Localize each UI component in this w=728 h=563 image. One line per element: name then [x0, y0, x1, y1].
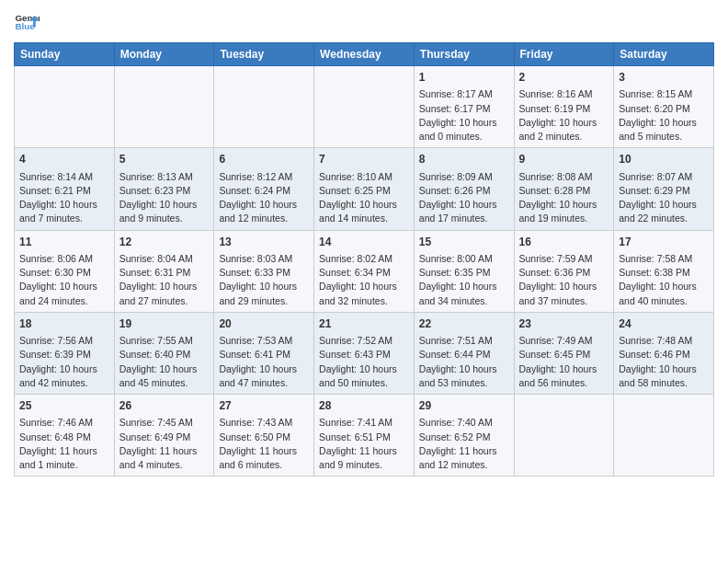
calendar-cell: 15Sunrise: 8:00 AMSunset: 6:35 PMDayligh…: [414, 230, 514, 312]
cell-line: and 53 minutes.: [419, 376, 509, 390]
cell-line: Daylight: 10 hours: [519, 362, 609, 376]
cell-line: and 12 minutes.: [219, 212, 309, 225]
day-header-wednesday: Wednesday: [314, 43, 415, 66]
cell-content: 23Sunrise: 7:49 AMSunset: 6:45 PMDayligh…: [519, 316, 609, 390]
day-number: 8: [419, 152, 509, 167]
cell-line: and 7 minutes.: [19, 212, 109, 225]
cell-content: 13Sunrise: 8:03 AMSunset: 6:33 PMDayligh…: [219, 235, 309, 308]
cell-line: Sunrise: 8:06 AM: [19, 252, 109, 266]
calendar-cell: 11Sunrise: 8:06 AMSunset: 6:30 PMDayligh…: [15, 230, 115, 312]
cell-line: Sunset: 6:21 PM: [19, 184, 109, 198]
cell-line: Sunset: 6:20 PM: [619, 102, 709, 116]
cell-line: Daylight: 10 hours: [419, 280, 509, 293]
cell-line: Sunrise: 8:12 AM: [219, 170, 309, 184]
calendar-cell: [114, 66, 214, 148]
day-number: 6: [219, 152, 309, 167]
cell-line: Sunset: 6:40 PM: [119, 348, 210, 362]
logo: General Blue: [14, 9, 40, 35]
day-number: 19: [119, 316, 210, 332]
calendar-cell: 18Sunrise: 7:56 AMSunset: 6:39 PMDayligh…: [15, 312, 115, 394]
calendar-cell: 7Sunrise: 8:10 AMSunset: 6:25 PMDaylight…: [314, 148, 415, 230]
day-number: 22: [419, 316, 509, 332]
day-number: 11: [19, 235, 109, 250]
cell-content: 10Sunrise: 8:07 AMSunset: 6:29 PMDayligh…: [619, 152, 709, 225]
cell-content: 9Sunrise: 8:08 AMSunset: 6:28 PMDaylight…: [519, 152, 609, 225]
cell-line: Daylight: 10 hours: [519, 280, 609, 293]
cell-line: and 19 minutes.: [519, 212, 609, 225]
cell-content: 17Sunrise: 7:58 AMSunset: 6:38 PMDayligh…: [619, 235, 709, 308]
cell-line: Sunrise: 8:07 AM: [619, 170, 709, 184]
calendar-cell: 16Sunrise: 7:59 AMSunset: 6:36 PMDayligh…: [514, 230, 614, 312]
day-number: 12: [119, 235, 210, 250]
cell-content: 4Sunrise: 8:14 AMSunset: 6:21 PMDaylight…: [19, 152, 109, 225]
cell-content: 26Sunrise: 7:45 AMSunset: 6:49 PMDayligh…: [119, 398, 210, 472]
cell-line: Sunrise: 7:43 AM: [219, 416, 309, 430]
cell-line: Sunset: 6:45 PM: [519, 348, 609, 362]
calendar-cell: 22Sunrise: 7:51 AMSunset: 6:44 PMDayligh…: [414, 312, 514, 394]
cell-line: Daylight: 10 hours: [619, 280, 709, 293]
cell-line: and 58 minutes.: [619, 376, 709, 390]
cell-line: Daylight: 11 hours: [319, 444, 409, 458]
cell-line: and 22 minutes.: [619, 212, 709, 225]
cell-line: Sunset: 6:28 PM: [519, 184, 609, 198]
cell-line: Sunset: 6:35 PM: [419, 266, 509, 280]
calendar-cell: 14Sunrise: 8:02 AMSunset: 6:34 PMDayligh…: [314, 230, 415, 312]
cell-line: Sunrise: 8:02 AM: [319, 252, 409, 266]
calendar-cell: 12Sunrise: 8:04 AMSunset: 6:31 PMDayligh…: [114, 230, 214, 312]
cell-line: Sunset: 6:34 PM: [319, 266, 409, 280]
cell-line: Daylight: 11 hours: [219, 444, 309, 458]
cell-content: 29Sunrise: 7:40 AMSunset: 6:52 PMDayligh…: [419, 398, 509, 472]
cell-line: and 14 minutes.: [319, 212, 409, 225]
cell-line: Daylight: 10 hours: [219, 362, 309, 376]
cell-line: Sunset: 6:23 PM: [119, 184, 210, 198]
cell-line: Sunrise: 8:15 AM: [619, 87, 709, 101]
cell-content: 15Sunrise: 8:00 AMSunset: 6:35 PMDayligh…: [419, 235, 509, 308]
calendar-cell: 20Sunrise: 7:53 AMSunset: 6:41 PMDayligh…: [214, 312, 314, 394]
calendar-row: 25Sunrise: 7:46 AMSunset: 6:48 PMDayligh…: [15, 395, 714, 477]
cell-line: Sunset: 6:24 PM: [219, 184, 309, 198]
cell-line: Daylight: 10 hours: [619, 198, 709, 212]
cell-line: and 5 minutes.: [619, 130, 709, 144]
cell-line: Sunset: 6:43 PM: [319, 348, 409, 362]
cell-content: 5Sunrise: 8:13 AMSunset: 6:23 PMDaylight…: [119, 152, 210, 225]
cell-content: 28Sunrise: 7:41 AMSunset: 6:51 PMDayligh…: [319, 398, 409, 472]
cell-content: 19Sunrise: 7:55 AMSunset: 6:40 PMDayligh…: [119, 316, 210, 390]
day-header-saturday: Saturday: [614, 43, 714, 66]
cell-line: and 12 minutes.: [419, 458, 509, 472]
day-number: 10: [619, 152, 709, 167]
cell-line: Sunrise: 7:41 AM: [319, 416, 409, 430]
cell-line: and 1 minute.: [19, 458, 109, 472]
cell-line: Sunset: 6:29 PM: [619, 184, 709, 198]
day-number: 29: [419, 398, 509, 414]
cell-line: Sunset: 6:52 PM: [419, 431, 509, 444]
day-number: 5: [119, 152, 210, 167]
logo-icon: General Blue: [14, 9, 40, 35]
cell-content: 18Sunrise: 7:56 AMSunset: 6:39 PMDayligh…: [19, 316, 109, 390]
cell-content: 1Sunrise: 8:17 AMSunset: 6:17 PMDaylight…: [419, 70, 509, 144]
cell-line: Daylight: 11 hours: [119, 444, 210, 458]
cell-line: Sunrise: 7:51 AM: [419, 334, 509, 348]
cell-line: Daylight: 10 hours: [619, 362, 709, 376]
cell-content: 3Sunrise: 8:15 AMSunset: 6:20 PMDaylight…: [619, 70, 709, 144]
cell-line: Sunrise: 7:52 AM: [319, 334, 409, 348]
cell-line: Sunset: 6:50 PM: [219, 431, 309, 444]
cell-line: Sunrise: 7:45 AM: [119, 416, 210, 430]
cell-line: Daylight: 10 hours: [419, 362, 509, 376]
day-header-thursday: Thursday: [414, 43, 514, 66]
cell-line: Sunset: 6:48 PM: [19, 431, 109, 444]
cell-content: 21Sunrise: 7:52 AMSunset: 6:43 PMDayligh…: [319, 316, 409, 390]
day-number: 18: [19, 316, 109, 332]
cell-line: and 37 minutes.: [519, 294, 609, 308]
cell-line: Sunset: 6:36 PM: [519, 266, 609, 280]
cell-line: Sunset: 6:30 PM: [19, 266, 109, 280]
cell-line: Sunrise: 7:40 AM: [419, 416, 509, 430]
cell-line: Daylight: 10 hours: [619, 116, 709, 130]
cell-line: Sunrise: 7:53 AM: [219, 334, 309, 348]
cell-line: Sunrise: 7:55 AM: [119, 334, 210, 348]
cell-line: Daylight: 10 hours: [219, 198, 309, 212]
day-header-tuesday: Tuesday: [214, 43, 314, 66]
day-header-friday: Friday: [514, 43, 614, 66]
calendar-cell: 4Sunrise: 8:14 AMSunset: 6:21 PMDaylight…: [15, 148, 115, 230]
cell-line: and 9 minutes.: [119, 212, 210, 225]
calendar-cell: [314, 66, 415, 148]
